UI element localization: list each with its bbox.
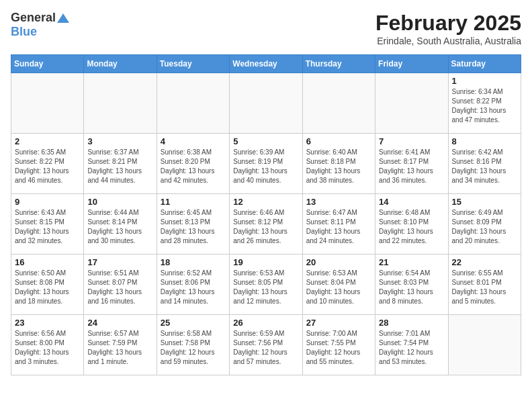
day-number: 6 xyxy=(306,136,371,146)
calendar-cell xyxy=(375,73,448,134)
day-info: Sunrise: 6:51 AM Sunset: 8:07 PM Dayligh… xyxy=(87,269,152,306)
calendar-cell: 21Sunrise: 6:54 AM Sunset: 8:03 PM Dayli… xyxy=(375,255,448,315)
day-info: Sunrise: 6:52 AM Sunset: 8:06 PM Dayligh… xyxy=(161,269,226,306)
day-number: 4 xyxy=(161,136,226,146)
day-info: Sunrise: 6:42 AM Sunset: 8:16 PM Dayligh… xyxy=(452,148,517,185)
day-info: Sunrise: 6:37 AM Sunset: 8:21 PM Dayligh… xyxy=(87,148,152,185)
calendar-cell: 2Sunrise: 6:35 AM Sunset: 8:22 PM Daylig… xyxy=(11,134,84,194)
calendar-cell: 24Sunrise: 6:57 AM Sunset: 7:59 PM Dayli… xyxy=(84,315,157,375)
calendar-cell: 10Sunrise: 6:44 AM Sunset: 8:14 PM Dayli… xyxy=(84,194,157,255)
calendar-week-row: 23Sunrise: 6:56 AM Sunset: 8:00 PM Dayli… xyxy=(11,315,521,375)
logo-icon xyxy=(57,12,69,24)
calendar-cell: 20Sunrise: 6:53 AM Sunset: 8:04 PM Dayli… xyxy=(302,255,375,315)
day-info: Sunrise: 6:39 AM Sunset: 8:19 PM Dayligh… xyxy=(233,148,298,185)
day-info: Sunrise: 6:46 AM Sunset: 8:12 PM Dayligh… xyxy=(233,208,298,246)
day-number: 12 xyxy=(233,197,298,207)
day-number: 27 xyxy=(306,318,371,328)
calendar-week-row: 1Sunrise: 6:34 AM Sunset: 8:22 PM Daylig… xyxy=(11,73,521,134)
weekday-header-row: SundayMondayTuesdayWednesdayThursdayFrid… xyxy=(11,55,521,73)
calendar-cell: 11Sunrise: 6:45 AM Sunset: 8:13 PM Dayli… xyxy=(157,194,229,255)
calendar-cell: 3Sunrise: 6:37 AM Sunset: 8:21 PM Daylig… xyxy=(84,134,157,194)
day-info: Sunrise: 6:55 AM Sunset: 8:01 PM Dayligh… xyxy=(452,269,517,306)
day-info: Sunrise: 6:35 AM Sunset: 8:22 PM Dayligh… xyxy=(15,148,80,185)
svg-marker-0 xyxy=(57,13,69,23)
day-info: Sunrise: 6:49 AM Sunset: 8:09 PM Dayligh… xyxy=(452,208,517,246)
weekday-header: Monday xyxy=(84,55,157,73)
calendar-cell xyxy=(230,73,302,134)
day-info: Sunrise: 6:56 AM Sunset: 8:00 PM Dayligh… xyxy=(15,329,80,367)
calendar-week-row: 16Sunrise: 6:50 AM Sunset: 8:08 PM Dayli… xyxy=(11,255,521,315)
day-number: 15 xyxy=(452,197,517,207)
calendar-cell: 26Sunrise: 6:59 AM Sunset: 7:56 PM Dayli… xyxy=(230,315,302,375)
day-info: Sunrise: 6:48 AM Sunset: 8:10 PM Dayligh… xyxy=(379,208,444,246)
day-number: 20 xyxy=(306,257,371,267)
weekday-header: Wednesday xyxy=(230,55,302,73)
calendar-cell: 25Sunrise: 6:58 AM Sunset: 7:58 PM Dayli… xyxy=(157,315,229,375)
calendar-cell xyxy=(302,73,375,134)
calendar-cell: 27Sunrise: 7:00 AM Sunset: 7:55 PM Dayli… xyxy=(302,315,375,375)
calendar-cell: 14Sunrise: 6:48 AM Sunset: 8:10 PM Dayli… xyxy=(375,194,448,255)
logo-general-text: General xyxy=(11,11,56,25)
day-info: Sunrise: 6:50 AM Sunset: 8:08 PM Dayligh… xyxy=(15,269,80,306)
day-number: 7 xyxy=(379,136,444,146)
day-info: Sunrise: 6:53 AM Sunset: 8:04 PM Dayligh… xyxy=(306,269,371,306)
day-number: 1 xyxy=(452,76,517,86)
weekday-header: Sunday xyxy=(11,55,84,73)
calendar-week-row: 9Sunrise: 6:43 AM Sunset: 8:15 PM Daylig… xyxy=(11,194,521,255)
day-number: 16 xyxy=(15,257,80,267)
day-number: 13 xyxy=(306,197,371,207)
day-info: Sunrise: 6:45 AM Sunset: 8:13 PM Dayligh… xyxy=(161,208,226,246)
logo: General Blue xyxy=(11,11,69,39)
calendar-cell: 16Sunrise: 6:50 AM Sunset: 8:08 PM Dayli… xyxy=(11,255,84,315)
calendar-cell: 18Sunrise: 6:52 AM Sunset: 8:06 PM Dayli… xyxy=(157,255,229,315)
day-info: Sunrise: 6:44 AM Sunset: 8:14 PM Dayligh… xyxy=(87,208,152,246)
day-number: 22 xyxy=(452,257,517,267)
day-number: 25 xyxy=(161,318,226,328)
page-header: General Blue February 2025 Erindale, Sou… xyxy=(11,11,521,46)
calendar-week-row: 2Sunrise: 6:35 AM Sunset: 8:22 PM Daylig… xyxy=(11,134,521,194)
calendar-cell: 13Sunrise: 6:47 AM Sunset: 8:11 PM Dayli… xyxy=(302,194,375,255)
calendar-cell: 22Sunrise: 6:55 AM Sunset: 8:01 PM Dayli… xyxy=(448,255,521,315)
day-number: 2 xyxy=(15,136,80,146)
calendar-cell: 23Sunrise: 6:56 AM Sunset: 8:00 PM Dayli… xyxy=(11,315,84,375)
calendar-cell: 1Sunrise: 6:34 AM Sunset: 8:22 PM Daylig… xyxy=(448,73,521,134)
day-number: 26 xyxy=(233,318,298,328)
weekday-header: Tuesday xyxy=(157,55,229,73)
weekday-header: Friday xyxy=(375,55,448,73)
day-number: 19 xyxy=(233,257,298,267)
day-info: Sunrise: 6:57 AM Sunset: 7:59 PM Dayligh… xyxy=(87,329,152,367)
day-number: 9 xyxy=(15,197,80,207)
calendar-cell: 5Sunrise: 6:39 AM Sunset: 8:19 PM Daylig… xyxy=(230,134,302,194)
calendar-cell: 19Sunrise: 6:53 AM Sunset: 8:05 PM Dayli… xyxy=(230,255,302,315)
day-info: Sunrise: 6:54 AM Sunset: 8:03 PM Dayligh… xyxy=(379,269,444,306)
day-number: 10 xyxy=(87,197,152,207)
location: Erindale, South Australia, Australia xyxy=(375,36,521,46)
day-info: Sunrise: 6:34 AM Sunset: 8:22 PM Dayligh… xyxy=(452,87,517,125)
day-info: Sunrise: 6:47 AM Sunset: 8:11 PM Dayligh… xyxy=(306,208,371,246)
title-block: February 2025 Erindale, South Australia,… xyxy=(375,11,521,46)
day-info: Sunrise: 6:59 AM Sunset: 7:56 PM Dayligh… xyxy=(233,329,298,367)
day-number: 5 xyxy=(233,136,298,146)
weekday-header: Saturday xyxy=(448,55,521,73)
calendar-cell: 7Sunrise: 6:41 AM Sunset: 8:17 PM Daylig… xyxy=(375,134,448,194)
day-info: Sunrise: 6:58 AM Sunset: 7:58 PM Dayligh… xyxy=(161,329,226,367)
day-number: 28 xyxy=(379,318,444,328)
day-number: 11 xyxy=(161,197,226,207)
weekday-header: Thursday xyxy=(302,55,375,73)
calendar-cell xyxy=(448,315,521,375)
day-number: 21 xyxy=(379,257,444,267)
calendar-table: SundayMondayTuesdayWednesdayThursdayFrid… xyxy=(11,54,521,375)
calendar-cell: 17Sunrise: 6:51 AM Sunset: 8:07 PM Dayli… xyxy=(84,255,157,315)
calendar-cell: 4Sunrise: 6:38 AM Sunset: 8:20 PM Daylig… xyxy=(157,134,229,194)
day-info: Sunrise: 6:41 AM Sunset: 8:17 PM Dayligh… xyxy=(379,148,444,185)
calendar-cell: 9Sunrise: 6:43 AM Sunset: 8:15 PM Daylig… xyxy=(11,194,84,255)
day-number: 18 xyxy=(161,257,226,267)
day-number: 17 xyxy=(87,257,152,267)
day-number: 3 xyxy=(87,136,152,146)
day-info: Sunrise: 6:53 AM Sunset: 8:05 PM Dayligh… xyxy=(233,269,298,306)
day-number: 24 xyxy=(87,318,152,328)
calendar-cell: 15Sunrise: 6:49 AM Sunset: 8:09 PM Dayli… xyxy=(448,194,521,255)
day-info: Sunrise: 6:43 AM Sunset: 8:15 PM Dayligh… xyxy=(15,208,80,246)
logo-blue-text: Blue xyxy=(11,25,37,39)
calendar-cell: 8Sunrise: 6:42 AM Sunset: 8:16 PM Daylig… xyxy=(448,134,521,194)
